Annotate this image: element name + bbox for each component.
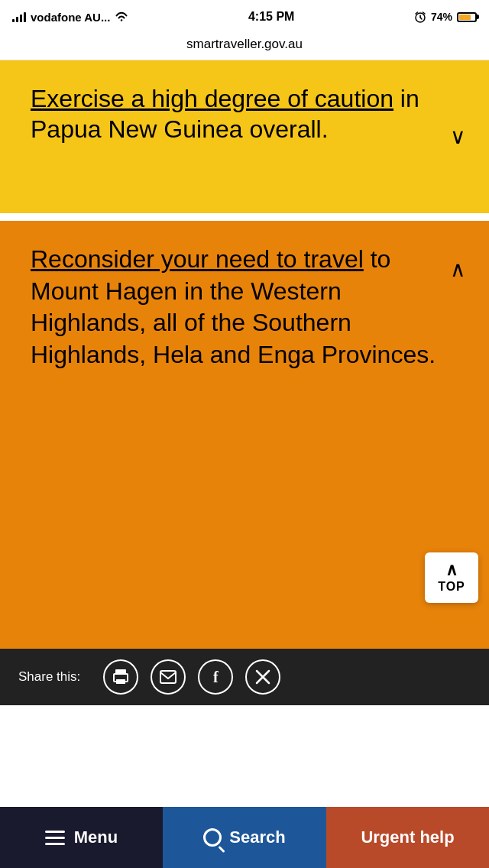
top-arrow-icon: ∧ bbox=[445, 562, 458, 578]
orange-card-collapse-button[interactable]: ∧ bbox=[450, 259, 466, 280]
url-text: smartraveller.gov.au bbox=[186, 37, 303, 51]
hamburger-icon bbox=[45, 831, 65, 845]
urgent-help-nav-label: Urgent help bbox=[361, 828, 454, 847]
menu-nav-button[interactable]: Menu bbox=[0, 807, 163, 868]
share-bar: Share this: f bbox=[0, 649, 489, 705]
orange-card-link[interactable]: Reconsider your need to travel bbox=[31, 245, 364, 273]
search-nav-label: Search bbox=[229, 828, 285, 847]
svg-rect-3 bbox=[116, 679, 125, 684]
yellow-card-link[interactable]: Exercise a high degree of caution bbox=[31, 85, 393, 112]
status-left: vodafone AU... bbox=[12, 11, 128, 24]
facebook-share-button[interactable]: f bbox=[198, 659, 233, 695]
signal-icon bbox=[12, 11, 26, 22]
url-bar[interactable]: smartraveller.gov.au bbox=[0, 34, 489, 60]
bottom-navigation: Menu Search Urgent help bbox=[0, 807, 489, 868]
status-time: 4:15 PM bbox=[248, 10, 294, 24]
email-icon bbox=[160, 670, 176, 684]
print-icon bbox=[112, 669, 129, 685]
svg-point-4 bbox=[125, 676, 127, 679]
orange-advisory-card: Reconsider your need to travel to Mount … bbox=[0, 221, 489, 649]
battery-fill bbox=[459, 15, 471, 20]
svg-rect-5 bbox=[160, 671, 176, 683]
status-right: 74% bbox=[414, 11, 477, 23]
search-icon bbox=[203, 828, 222, 847]
yellow-card-expand-button[interactable]: ∨ bbox=[450, 126, 466, 147]
yellow-advisory-card: Exercise a high degree of caution in Pap… bbox=[0, 60, 489, 213]
battery-percent: 74% bbox=[431, 11, 452, 23]
facebook-icon: f bbox=[213, 669, 219, 686]
urgent-help-nav-button[interactable]: Urgent help bbox=[326, 807, 489, 868]
wifi-icon bbox=[115, 11, 128, 22]
search-nav-button[interactable]: Search bbox=[163, 807, 326, 868]
battery-icon bbox=[457, 12, 477, 22]
back-to-top-button[interactable]: ∧ TOP bbox=[425, 552, 478, 603]
share-icons: f bbox=[103, 659, 280, 695]
top-label: TOP bbox=[438, 580, 465, 594]
x-twitter-icon bbox=[255, 669, 270, 685]
x-twitter-share-button[interactable] bbox=[245, 659, 280, 695]
orange-card-text: Reconsider your need to travel to Mount … bbox=[31, 244, 458, 371]
carrier-label: vodafone AU... bbox=[31, 11, 110, 24]
share-label: Share this: bbox=[18, 669, 80, 685]
status-bar: vodafone AU... 4:15 PM 74% bbox=[0, 0, 489, 34]
yellow-card-text: Exercise a high degree of caution in Pap… bbox=[31, 83, 458, 144]
alarm-icon bbox=[414, 11, 426, 23]
print-share-button[interactable] bbox=[103, 659, 138, 695]
menu-nav-label: Menu bbox=[74, 828, 118, 847]
email-share-button[interactable] bbox=[151, 659, 186, 695]
